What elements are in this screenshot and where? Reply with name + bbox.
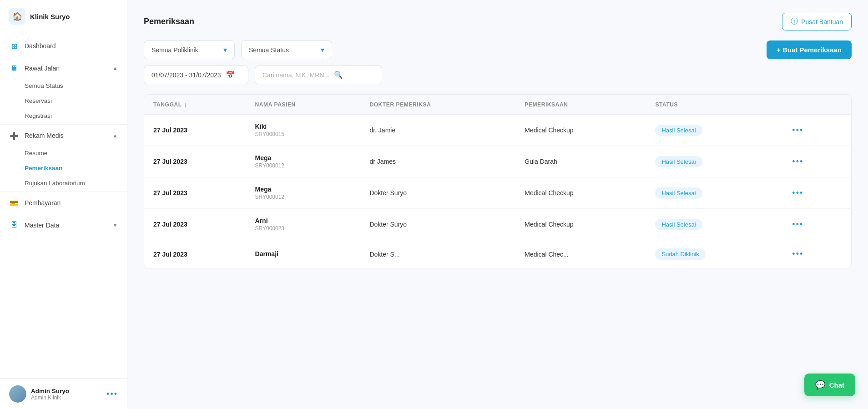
status-badge: Hasil Selesai [655,187,702,199]
cell-date-4: 27 Jul 2023 [144,240,246,268]
cell-date-2: 27 Jul 2023 [144,177,246,209]
search-row: 01/07/2023 - 31/07/2023 📅 Cari nama, NIK… [144,66,852,84]
sidebar-item-pembayaran[interactable]: 💳 Pembayaran [0,193,127,213]
user-role: Admin Klinik [31,394,102,401]
cell-exam-3: Medical Checkup [515,209,646,240]
sidebar-item-label: Rekam Medis [25,132,107,139]
data-table: TANGGAL ↓ NAMA PASIEN DOKTER PEMERIKSA P… [144,95,851,268]
status-badge: Sudah Diklinik [655,248,705,260]
table-row: 27 Jul 2023 Arni SRY000023 Dokter Suryo … [144,209,851,240]
create-button[interactable]: + Buat Pemeriksaan [767,40,852,59]
sidebar-item-rekam-medis[interactable]: ➕ Rekam Medis ▲ [0,126,127,146]
sidebar-sub-item-reservasi[interactable]: Reservasi [0,93,127,108]
help-button[interactable]: ⓘ Pusat Bantuan [782,13,852,30]
cell-doctor-2: Dokter Suryo [360,177,515,209]
cell-action-3[interactable]: ••• [779,209,851,240]
col-actions [779,95,851,115]
dashboard-icon: ⊞ [9,41,19,51]
user-menu-button[interactable]: ••• [106,389,118,399]
chevron-down-icon-poliklinik: ▾ [223,45,227,54]
footer-info: Admin Suryo Admin Klinik [31,388,102,401]
chat-label: Chat [829,381,844,389]
chevron-up-icon: ▲ [112,65,118,71]
poliklinik-filter[interactable]: Semua Poliklinik ▾ [144,40,235,59]
col-dokter: DOKTER PEMERIKSA [360,95,515,115]
cell-date-3: 27 Jul 2023 [144,209,246,240]
rawat-jalan-icon: 🖥 [9,63,19,73]
cell-status-1: Hasil Selesai [646,146,779,177]
avatar [9,385,26,403]
cell-exam-2: Medical Checkup [515,177,646,209]
sidebar-sub-item-semua-status[interactable]: Semua Status [0,78,127,93]
sidebar-sub-item-pemeriksaan[interactable]: Pemeriksaan [0,161,127,176]
cell-status-2: Hasil Selesai [646,177,779,209]
table-row: 27 Jul 2023 Darmaji Dokter S... Medical … [144,240,851,268]
cell-patient-2: Mega SRY000012 [246,177,361,209]
user-name: Admin Suryo [31,388,102,394]
sidebar-nav: ⊞ Dashboard 🖥 Rawat Jalan ▲ Semua Status… [0,33,127,379]
cell-action-2[interactable]: ••• [779,177,851,209]
cell-date-0: 27 Jul 2023 [144,115,246,146]
sidebar-item-label: Master Data [25,222,107,229]
row-action-button[interactable]: ••• [788,155,807,168]
sidebar-item-dashboard[interactable]: ⊞ Dashboard [0,36,127,56]
main-content: Pemeriksaan ⓘ Pusat Bantuan Semua Polikl… [127,0,868,409]
sidebar: 🏠 Klinik Suryo ⊞ Dashboard 🖥 Rawat Jalan… [0,0,127,409]
row-action-button[interactable]: ••• [788,247,807,260]
cell-action-1[interactable]: ••• [779,146,851,177]
col-status: STATUS [646,95,779,115]
chevron-down-icon-status: ▾ [321,45,324,54]
sidebar-footer: Admin Suryo Admin Klinik ••• [0,379,127,409]
help-icon: ⓘ [791,17,798,26]
cell-status-3: Hasil Selesai [646,209,779,240]
sidebar-item-rawat-jalan[interactable]: 🖥 Rawat Jalan ▲ [0,58,127,78]
cell-exam-1: Gula Darah [515,146,646,177]
col-nama-pasien: NAMA PASIEN [246,95,361,115]
logo-icon: 🏠 [9,8,25,25]
col-tanggal: TANGGAL ↓ [144,95,246,115]
search-icon: 🔍 [334,71,343,79]
date-range-picker[interactable]: 01/07/2023 - 31/07/2023 📅 [144,66,248,84]
sidebar-sub-item-registrasi[interactable]: Registrasi [0,108,127,123]
row-action-button[interactable]: ••• [788,124,807,136]
date-range-value: 01/07/2023 - 31/07/2023 [151,71,221,79]
chat-icon: 💬 [815,380,825,390]
app-name: Klinik Suryo [30,13,70,20]
rekam-medis-icon: ➕ [9,131,19,141]
status-badge: Hasil Selesai [655,219,702,230]
poliklinik-label: Semua Poliklinik [151,46,198,54]
cell-patient-3: Arni SRY000023 [246,209,361,240]
nav-divider-1 [0,57,127,57]
cell-patient-1: Mega SRY000012 [246,146,361,177]
cell-doctor-1: dr James [360,146,515,177]
sidebar-sub-item-rujukan-lab[interactable]: Rujukan Laboratorium [0,176,127,191]
cell-doctor-0: dr. Jamie [360,115,515,146]
sort-icon: ↓ [184,101,187,108]
page-title: Pemeriksaan [144,17,194,26]
table-header-row: TANGGAL ↓ NAMA PASIEN DOKTER PEMERIKSA P… [144,95,851,115]
row-action-button[interactable]: ••• [788,187,807,199]
cell-action-4[interactable]: ••• [779,240,851,268]
cell-doctor-3: Dokter Suryo [360,209,515,240]
sidebar-logo: 🏠 Klinik Suryo [0,0,127,33]
create-label: + Buat Pemeriksaan [777,46,842,54]
status-badge: Hasil Selesai [655,156,702,167]
sidebar-sub-item-resume[interactable]: Resume [0,146,127,161]
nav-section-main: ⊞ Dashboard 🖥 Rawat Jalan ▲ Semua Status… [0,33,127,238]
chat-button[interactable]: 💬 Chat [804,374,855,396]
calendar-icon: 📅 [226,71,235,79]
status-filter[interactable]: Semua Status ▾ [241,40,332,59]
table-row: 27 Jul 2023 Mega SRY000012 dr James Gula… [144,146,851,177]
cell-exam-4: Medical Chec... [515,240,646,268]
sidebar-item-label: Dashboard [25,42,118,50]
cell-action-0[interactable]: ••• [779,115,851,146]
cell-exam-0: Medical Checkup [515,115,646,146]
nav-divider-2 [0,124,127,125]
avatar-image [9,385,26,403]
cell-patient-4: Darmaji [246,240,361,268]
row-action-button[interactable]: ••• [788,218,807,231]
sidebar-item-master-data[interactable]: 🗄 Master Data ▼ [0,215,127,235]
search-input-container[interactable]: Cari nama, NIK, MRN... 🔍 [255,66,382,84]
pembayaran-icon: 💳 [9,198,19,208]
chevron-down-icon: ▼ [112,222,118,228]
